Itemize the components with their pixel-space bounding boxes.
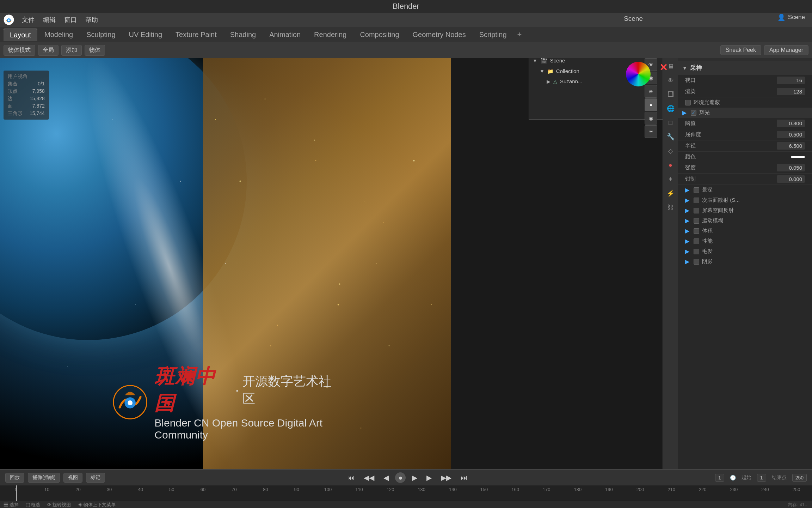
view-layer-icon[interactable]: 👁	[664, 74, 677, 87]
add-btn[interactable]: 添加	[61, 45, 82, 56]
view-all-btn[interactable]: 全局	[38, 45, 59, 56]
rotate-view-tool[interactable]: ⟳ 旋转视图	[47, 502, 71, 508]
particle-properties-icon[interactable]: ✦	[664, 173, 677, 186]
step-fwd-btn[interactable]: ▶	[424, 472, 435, 483]
menu-window[interactable]: 窗口	[61, 14, 80, 25]
menu-help[interactable]: 帮助	[82, 14, 102, 25]
data-properties-icon[interactable]: ◇	[664, 145, 677, 157]
bloom-toggle[interactable]: ▶	[682, 109, 687, 116]
viewport-render-material[interactable]: ◉	[645, 112, 657, 125]
menu-edit[interactable]: 编辑	[39, 14, 59, 25]
box-select-tool[interactable]: ⬚ 框选	[26, 502, 41, 508]
bloom-color-value[interactable]	[791, 156, 805, 158]
sneak-peek-btn[interactable]: Sneak Peek	[720, 45, 761, 55]
scene-properties-icon[interactable]: 🎞	[664, 88, 677, 101]
play-btn[interactable]: ▶	[409, 472, 420, 483]
shadow-checkbox[interactable]	[694, 259, 699, 265]
perf-checkbox[interactable]	[694, 238, 699, 244]
prev-keyframe-btn[interactable]: ◀◀	[361, 472, 377, 483]
close-gizmo[interactable]: ✕	[659, 62, 668, 73]
bloom-checkbox[interactable]: ✓	[691, 110, 696, 116]
volumetrics-toggle[interactable]: ▶	[685, 228, 689, 234]
sampling-section-header[interactable]: ▼ 采样	[678, 61, 812, 75]
viewport-render-solid[interactable]: ●	[645, 98, 657, 111]
jump-start-btn[interactable]: ⏮	[345, 472, 357, 483]
shadow-row[interactable]: ▶ 阴影	[678, 256, 812, 267]
ssr-checkbox[interactable]	[694, 208, 699, 213]
volumetrics-row[interactable]: ▶ 体积	[678, 226, 812, 236]
color-gizmo[interactable]	[626, 62, 651, 86]
tab-scripting[interactable]: Scripting	[473, 29, 513, 41]
material-properties-icon[interactable]: ●	[664, 159, 677, 171]
hair-row[interactable]: ▶ 毛发	[678, 246, 812, 256]
dof-toggle[interactable]: ▶	[685, 187, 689, 193]
ao-row[interactable]: 环境光遮蔽	[678, 97, 812, 108]
viewport-gizmo-icon[interactable]: ⊕	[645, 85, 657, 98]
constraint-properties-icon[interactable]: ⛓	[664, 201, 677, 214]
step-back-btn[interactable]: ◀	[381, 472, 392, 483]
viewport-render-rendered[interactable]: ☀	[645, 125, 657, 138]
current-frame-value[interactable]: 1	[715, 474, 724, 482]
tab-geometry-nodes[interactable]: Geometry Nodes	[406, 29, 472, 41]
object-properties-icon[interactable]: □	[664, 116, 677, 129]
timeline-type-btn[interactable]: 回放	[5, 473, 24, 483]
mode-selector[interactable]: 物体模式	[4, 45, 35, 56]
hair-checkbox[interactable]	[694, 249, 699, 254]
timeline-mark-btn[interactable]: 标记	[86, 473, 105, 483]
timeline-mode-btn[interactable]: 捕像(插帧)	[28, 473, 60, 483]
app-manager-btn[interactable]: App Manager	[764, 45, 808, 55]
sss-checkbox[interactable]	[694, 198, 699, 203]
jump-end-btn[interactable]: ⏭	[458, 472, 470, 483]
object-btn[interactable]: 物体	[85, 45, 105, 56]
viewport-samples-value[interactable]: 16	[777, 77, 805, 84]
bloom-radius-value[interactable]: 6.500	[777, 142, 805, 150]
dof-row[interactable]: ▶ 景深	[678, 185, 812, 195]
ao-checkbox[interactable]	[685, 100, 691, 105]
ssr-toggle[interactable]: ▶	[685, 207, 689, 214]
tab-sculpting[interactable]: Sculpting	[80, 29, 122, 41]
playhead[interactable]	[16, 485, 17, 501]
tab-layout[interactable]: Layout	[4, 29, 37, 41]
shadow-toggle[interactable]: ▶	[685, 258, 689, 265]
modifier-properties-icon[interactable]: 🔧	[664, 131, 677, 143]
motion-blur-row[interactable]: ▶ 运动模糊	[678, 216, 812, 226]
tab-texture-paint[interactable]: Texture Paint	[169, 29, 223, 41]
timeline-view-btn[interactable]: 视图	[63, 473, 82, 483]
world-properties-icon[interactable]: 🌐	[664, 102, 677, 115]
bloom-intensity-value[interactable]: 0.050	[777, 164, 805, 171]
ssr-row[interactable]: ▶ 屏幕空间反射	[678, 205, 812, 216]
blender-logo[interactable]	[4, 14, 14, 25]
hair-toggle[interactable]: ▶	[685, 248, 689, 255]
tab-rendering[interactable]: Rendering	[308, 29, 353, 41]
motion-blur-toggle[interactable]: ▶	[685, 217, 689, 224]
volumetrics-checkbox[interactable]	[694, 228, 699, 234]
render-samples-value[interactable]: 128	[777, 88, 805, 95]
motion-blur-checkbox[interactable]	[694, 218, 699, 224]
sss-toggle[interactable]: ▶	[685, 197, 689, 204]
scene-select[interactable]: Scene	[788, 14, 805, 21]
add-tab-button[interactable]: +	[514, 28, 525, 41]
bloom-knee-value[interactable]: 0.500	[777, 131, 805, 138]
menu-file[interactable]: 文件	[18, 14, 38, 25]
viewport-3d[interactable]: 斑斓中国 · 开源数字艺术社区 Blender CN Open Source D…	[0, 58, 451, 469]
tab-shading[interactable]: Shading	[224, 29, 262, 41]
perf-toggle[interactable]: ▶	[685, 238, 689, 244]
tab-modeling[interactable]: Modeling	[38, 29, 79, 41]
tab-animation[interactable]: Animation	[263, 29, 307, 41]
dof-checkbox[interactable]	[694, 187, 699, 193]
end-frame-value[interactable]: 250	[792, 474, 807, 482]
sss-row[interactable]: ▶ 次表面散射 (S...	[678, 195, 812, 205]
next-keyframe-btn[interactable]: ▶▶	[438, 472, 454, 483]
tab-compositing[interactable]: Compositing	[353, 29, 405, 41]
bloom-row[interactable]: ▶ ✓ 辉光	[678, 108, 812, 118]
physics-properties-icon[interactable]: ⚡	[664, 187, 677, 200]
bloom-threshold-value[interactable]: 0.800	[777, 120, 805, 127]
timeline-scrubber[interactable]: 1 10 20 30 40 50 60 70 80 90 100 110 120…	[0, 485, 812, 501]
bloom-clamp-value[interactable]: 0.000	[777, 175, 805, 183]
tab-uv-editing[interactable]: UV Editing	[123, 29, 169, 41]
context-menu-tool[interactable]: ◈ 物体上下文菜单	[78, 502, 116, 508]
select-tool[interactable]: ☰ 选择	[4, 502, 19, 508]
start-frame-value[interactable]: 1	[757, 474, 766, 482]
performance-row[interactable]: ▶ 性能	[678, 236, 812, 246]
user-icon[interactable]: 👤	[777, 13, 785, 21]
